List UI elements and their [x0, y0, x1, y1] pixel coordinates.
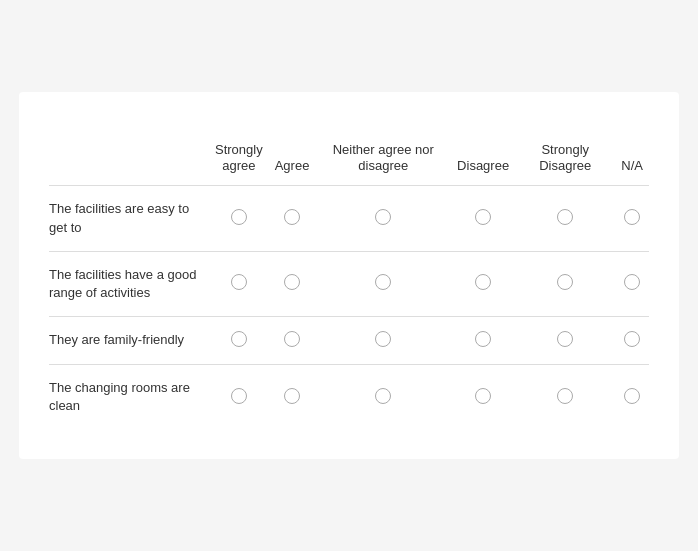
col-header-statement — [49, 142, 209, 186]
cell-row-1-strongly-disagree[interactable] — [515, 186, 615, 251]
table-row: The facilities are easy to get to — [49, 186, 649, 251]
survey-card: StronglyagreeAgreeNeither agree nor disa… — [19, 92, 679, 460]
table-row: They are family-friendly — [49, 317, 649, 365]
cell-row-4-strongly-disagree[interactable] — [515, 365, 615, 430]
radio-row-4-na[interactable] — [624, 388, 640, 404]
radio-row-4-agree[interactable] — [284, 388, 300, 404]
radio-row-2-strongly-disagree[interactable] — [557, 274, 573, 290]
radio-row-3-agree[interactable] — [284, 331, 300, 347]
row-label-row-3: They are family-friendly — [49, 317, 209, 365]
rating-table: StronglyagreeAgreeNeither agree nor disa… — [49, 142, 649, 430]
cell-row-4-disagree[interactable] — [451, 365, 515, 430]
cell-row-3-na[interactable] — [615, 317, 649, 365]
radio-row-4-disagree[interactable] — [475, 388, 491, 404]
col-header-strongly-disagree: Strongly Disagree — [515, 142, 615, 186]
cell-row-1-strongly-agree[interactable] — [209, 186, 269, 251]
cell-row-1-disagree[interactable] — [451, 186, 515, 251]
radio-row-1-strongly-disagree[interactable] — [557, 209, 573, 225]
radio-row-3-disagree[interactable] — [475, 331, 491, 347]
col-header-strongly-agree: Stronglyagree — [209, 142, 269, 186]
radio-row-1-agree[interactable] — [284, 209, 300, 225]
table-row: The facilities have a good range of acti… — [49, 251, 649, 316]
radio-row-4-strongly-disagree[interactable] — [557, 388, 573, 404]
col-header-na: N/A — [615, 142, 649, 186]
radio-row-1-strongly-agree[interactable] — [231, 209, 247, 225]
radio-row-3-strongly-disagree[interactable] — [557, 331, 573, 347]
cell-row-3-strongly-disagree[interactable] — [515, 317, 615, 365]
row-label-row-2: The facilities have a good range of acti… — [49, 251, 209, 316]
cell-row-2-neither[interactable] — [315, 251, 451, 316]
radio-row-1-na[interactable] — [624, 209, 640, 225]
cell-row-4-na[interactable] — [615, 365, 649, 430]
radio-row-3-strongly-agree[interactable] — [231, 331, 247, 347]
cell-row-4-strongly-agree[interactable] — [209, 365, 269, 430]
col-header-disagree: Disagree — [451, 142, 515, 186]
cell-row-2-strongly-disagree[interactable] — [515, 251, 615, 316]
cell-row-1-agree[interactable] — [269, 186, 316, 251]
radio-row-3-na[interactable] — [624, 331, 640, 347]
cell-row-1-na[interactable] — [615, 186, 649, 251]
col-header-neither: Neither agree nor disagree — [315, 142, 451, 186]
cell-row-3-agree[interactable] — [269, 317, 316, 365]
cell-row-3-strongly-agree[interactable] — [209, 317, 269, 365]
cell-row-2-strongly-agree[interactable] — [209, 251, 269, 316]
radio-row-2-na[interactable] — [624, 274, 640, 290]
cell-row-2-agree[interactable] — [269, 251, 316, 316]
cell-row-4-neither[interactable] — [315, 365, 451, 430]
radio-row-1-neither[interactable] — [375, 209, 391, 225]
cell-row-2-na[interactable] — [615, 251, 649, 316]
cell-row-3-neither[interactable] — [315, 317, 451, 365]
row-label-row-4: The changing rooms are clean — [49, 365, 209, 430]
cell-row-3-disagree[interactable] — [451, 317, 515, 365]
radio-row-2-strongly-agree[interactable] — [231, 274, 247, 290]
radio-row-1-disagree[interactable] — [475, 209, 491, 225]
cell-row-2-disagree[interactable] — [451, 251, 515, 316]
radio-row-3-neither[interactable] — [375, 331, 391, 347]
radio-row-2-agree[interactable] — [284, 274, 300, 290]
row-label-row-1: The facilities are easy to get to — [49, 186, 209, 251]
cell-row-4-agree[interactable] — [269, 365, 316, 430]
radio-row-4-strongly-agree[interactable] — [231, 388, 247, 404]
col-header-agree: Agree — [269, 142, 316, 186]
cell-row-1-neither[interactable] — [315, 186, 451, 251]
radio-row-2-neither[interactable] — [375, 274, 391, 290]
radio-row-2-disagree[interactable] — [475, 274, 491, 290]
radio-row-4-neither[interactable] — [375, 388, 391, 404]
table-row: The changing rooms are clean — [49, 365, 649, 430]
